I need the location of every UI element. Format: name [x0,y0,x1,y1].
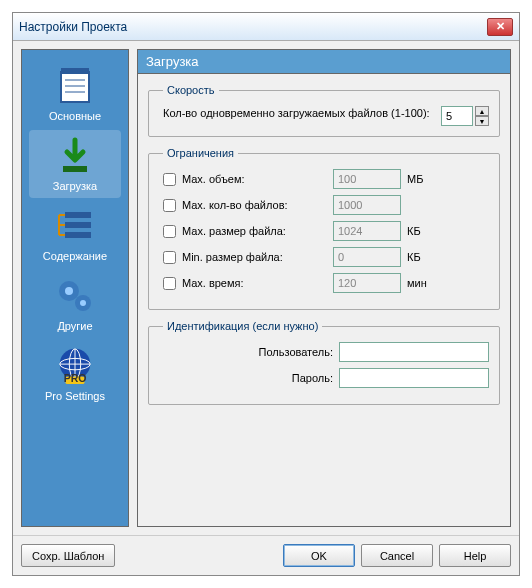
max-files-checkbox[interactable] [163,199,176,212]
limit-label: Max. кол-во файлов: [182,199,288,211]
svg-text:PRO: PRO [64,373,87,384]
max-size-input[interactable] [333,169,401,189]
spinner-down[interactable]: ▼ [475,116,489,126]
sidebar-item-label: Pro Settings [45,390,105,402]
limit-label: Max. объем: [182,173,245,185]
svg-rect-7 [65,222,91,228]
panel-heading: Загрузка [137,49,511,73]
speed-legend: Скорость [163,84,219,96]
max-time-input[interactable] [333,273,401,293]
password-label: Пароль: [292,372,333,384]
sidebar-item-general[interactable]: Основные [29,60,121,128]
sidebar-item-content[interactable]: Содержание [29,200,121,268]
gear-icon [55,276,95,316]
sidebar-item-label: Основные [49,110,101,122]
sidebar-item-label: Содержание [43,250,107,262]
speed-group: Скорость Кол-во одновременно загружаемых… [148,84,500,137]
ok-button[interactable]: OK [283,544,355,567]
svg-point-14 [65,287,73,295]
svg-rect-0 [61,72,89,102]
panel-body: Скорость Кол-во одновременно загружаемых… [137,73,511,527]
limit-label: Max. время: [182,277,244,289]
max-file-size-checkbox[interactable] [163,225,176,238]
close-icon: ✕ [496,20,505,33]
save-template-button[interactable]: Сохр. Шаблон [21,544,115,567]
sidebar-item-label: Загрузка [53,180,97,192]
limit-row-max-time: Max. время: мин [163,273,489,293]
max-time-checkbox[interactable] [163,277,176,290]
limit-unit: МБ [407,173,437,185]
sidebar-item-other[interactable]: Другие [29,270,121,338]
user-input[interactable] [339,342,489,362]
sidebar-item-pro[interactable]: PRO Pro Settings [29,340,121,408]
identification-group: Идентификация (если нужно) Пользователь:… [148,320,500,405]
user-label: Пользователь: [259,346,333,358]
sidebar-item-label: Другие [57,320,92,332]
limit-unit: КБ [407,225,437,237]
dialog-body: Основные Загрузка Содержание Другие [13,41,519,535]
limits-legend: Ограничения [163,147,238,159]
identification-legend: Идентификация (если нужно) [163,320,322,332]
limit-row-max-files: Max. кол-во файлов: [163,195,489,215]
limit-unit: КБ [407,251,437,263]
svg-rect-8 [65,232,91,238]
password-input[interactable] [339,368,489,388]
content-icon [55,206,95,246]
spinner-up[interactable]: ▲ [475,106,489,116]
limit-row-min-file-size: Min. размер файла: КБ [163,247,489,267]
footer: Сохр. Шаблон OK Cancel Help [13,535,519,575]
svg-point-16 [80,300,86,306]
concurrent-files-spinner[interactable]: ▲ ▼ [441,106,489,126]
limit-unit: мин [407,277,437,289]
speed-label: Кол-во одновременно загружаемых файлов (… [163,106,433,121]
notepad-icon [55,66,95,106]
cancel-button[interactable]: Cancel [361,544,433,567]
min-file-size-checkbox[interactable] [163,251,176,264]
sidebar-item-download[interactable]: Загрузка [29,130,121,198]
limit-label: Min. размер файла: [182,251,283,263]
limit-label: Мах. размер файла: [182,225,286,237]
main-panel: Загрузка Скорость Кол-во одновременно за… [137,49,511,527]
window-title: Настройки Проекта [19,20,127,34]
concurrent-files-input[interactable] [441,106,473,126]
min-file-size-input[interactable] [333,247,401,267]
max-file-size-input[interactable] [333,221,401,241]
limits-group: Ограничения Max. объем: МБ Max. кол-во ф… [148,147,500,310]
globe-pro-icon: PRO [55,346,95,386]
close-button[interactable]: ✕ [487,18,513,36]
sidebar: Основные Загрузка Содержание Другие [21,49,129,527]
dialog-window: Настройки Проекта ✕ Основные Загрузка [12,12,520,576]
help-button[interactable]: Help [439,544,511,567]
svg-rect-5 [63,166,87,172]
max-files-input[interactable] [333,195,401,215]
download-icon [55,136,95,176]
limit-row-max-size: Max. объем: МБ [163,169,489,189]
svg-rect-1 [61,68,89,74]
max-size-checkbox[interactable] [163,173,176,186]
titlebar: Настройки Проекта ✕ [13,13,519,41]
limit-row-max-file-size: Мах. размер файла: КБ [163,221,489,241]
svg-rect-6 [65,212,91,218]
